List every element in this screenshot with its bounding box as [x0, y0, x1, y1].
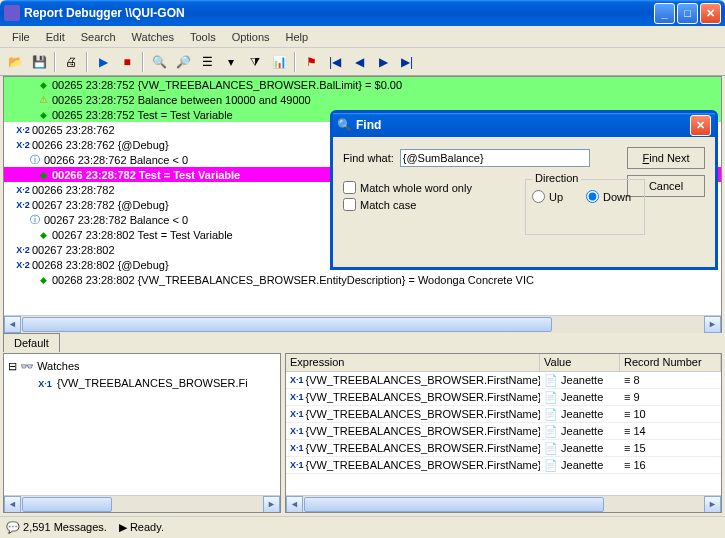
menu-watches[interactable]: Watches — [124, 29, 182, 45]
maximize-button[interactable]: □ — [677, 3, 698, 24]
tree-root[interactable]: ⊟ 👓 Watches — [8, 358, 276, 375]
menu-help[interactable]: Help — [278, 29, 317, 45]
find-next-button[interactable]: Find Next — [627, 147, 705, 169]
tree-item[interactable]: X·1 {VW_TREEBALANCES_BROWSER.Fi — [8, 375, 276, 393]
menu-search[interactable]: Search — [73, 29, 124, 45]
find-dialog[interactable]: 🔍 Find ✕ Find what: Find Next Cancel Mat… — [330, 110, 718, 270]
chart-icon[interactable]: 📊 — [268, 51, 290, 73]
match-case-label: Match case — [360, 199, 416, 211]
table-row[interactable]: X·1 {VW_TREEBALANCES_BROWSER.FirstName} … — [286, 372, 721, 389]
window-title: Report Debugger \\QUI-GON — [24, 6, 654, 20]
table-row[interactable]: X·1 {VW_TREEBALANCES_BROWSER.FirstName} … — [286, 406, 721, 423]
down-radio[interactable] — [586, 190, 599, 203]
table-row[interactable]: X·1 {VW_TREEBALANCES_BROWSER.FirstName} … — [286, 423, 721, 440]
last-icon[interactable]: ▶| — [396, 51, 418, 73]
up-radio[interactable] — [532, 190, 545, 203]
table-row[interactable]: X·1 {VW_TREEBALANCES_BROWSER.FirstName} … — [286, 457, 721, 474]
table-row[interactable]: X·1 {VW_TREEBALANCES_BROWSER.FirstName} … — [286, 440, 721, 457]
log-scrollbar[interactable]: ◄ ► — [4, 315, 721, 332]
find-icon: 🔍 — [337, 118, 352, 132]
toolbar: 📂 💾 🖨 ▶ ■ 🔍 🔎 ☰ ▾ ⧩ 📊 ⚑ |◀ ◀ ▶ ▶| — [0, 48, 725, 76]
close-button[interactable]: ✕ — [700, 3, 721, 24]
save-icon[interactable]: 💾 — [28, 51, 50, 73]
col-expression[interactable]: Expression — [286, 354, 540, 371]
titlebar[interactable]: Report Debugger \\QUI-GON _ □ ✕ — [0, 0, 725, 26]
list-icon[interactable]: ☰ — [196, 51, 218, 73]
funnel-icon[interactable]: ⧩ — [244, 51, 266, 73]
first-icon[interactable]: |◀ — [324, 51, 346, 73]
whole-word-label: Match whole word only — [360, 182, 472, 194]
log-row[interactable]: ◆00265 23:28:752 {VW_TREEBALANCES_BROWSE… — [4, 77, 721, 92]
minimize-button[interactable]: _ — [654, 3, 675, 24]
menu-tools[interactable]: Tools — [182, 29, 224, 45]
direction-group: Direction Up Down — [525, 179, 645, 235]
zoom-icon[interactable]: 🔎 — [172, 51, 194, 73]
statusbar: 💬 2,591 Messages. ▶ Ready. — [0, 516, 725, 538]
menu-file[interactable]: File — [4, 29, 38, 45]
status-messages: 💬 2,591 Messages. — [6, 521, 107, 534]
log-row[interactable]: ⚠00265 23:28:752 Balance between 10000 a… — [4, 92, 721, 107]
table-row[interactable]: X·1 {VW_TREEBALANCES_BROWSER.FirstName} … — [286, 389, 721, 406]
find-input[interactable] — [400, 149, 590, 167]
flag-icon[interactable]: ⚑ — [300, 51, 322, 73]
menu-options[interactable]: Options — [224, 29, 278, 45]
next-icon[interactable]: ▶ — [372, 51, 394, 73]
menu-edit[interactable]: Edit — [38, 29, 73, 45]
watches-grid: Expression Value Record Number X·1 {VW_T… — [285, 353, 722, 513]
run-icon[interactable]: ▶ — [92, 51, 114, 73]
stop-icon[interactable]: ■ — [116, 51, 138, 73]
whole-word-checkbox[interactable] — [343, 181, 356, 194]
grid-scrollbar[interactable]: ◄► — [286, 495, 721, 512]
log-row[interactable]: ◆00268 23:28:802 {VW_TREEBALANCES_BROWSE… — [4, 272, 721, 287]
tab-default[interactable]: Default — [3, 333, 60, 352]
watches-tree[interactable]: ⊟ 👓 Watches X·1 {VW_TREEBALANCES_BROWSER… — [3, 353, 281, 513]
scroll-right-icon[interactable]: ► — [704, 316, 721, 333]
print-icon[interactable]: 🖨 — [60, 51, 82, 73]
find-title: Find — [356, 118, 690, 132]
grid-header: Expression Value Record Number — [286, 354, 721, 372]
app-icon — [4, 5, 20, 21]
col-value[interactable]: Value — [540, 354, 620, 371]
filter-icon[interactable]: ▾ — [220, 51, 242, 73]
binoculars-icon[interactable]: 🔍 — [148, 51, 170, 73]
find-what-label: Find what: — [343, 152, 394, 164]
direction-label: Direction — [532, 172, 581, 184]
match-case-checkbox[interactable] — [343, 198, 356, 211]
tree-scrollbar[interactable]: ◄► — [4, 495, 280, 512]
find-close-button[interactable]: ✕ — [690, 115, 711, 136]
col-record[interactable]: Record Number — [620, 354, 721, 371]
scroll-left-icon[interactable]: ◄ — [4, 316, 21, 333]
status-ready: ▶ Ready. — [119, 521, 164, 534]
open-icon[interactable]: 📂 — [4, 51, 26, 73]
prev-icon[interactable]: ◀ — [348, 51, 370, 73]
menubar: File Edit Search Watches Tools Options H… — [0, 26, 725, 48]
